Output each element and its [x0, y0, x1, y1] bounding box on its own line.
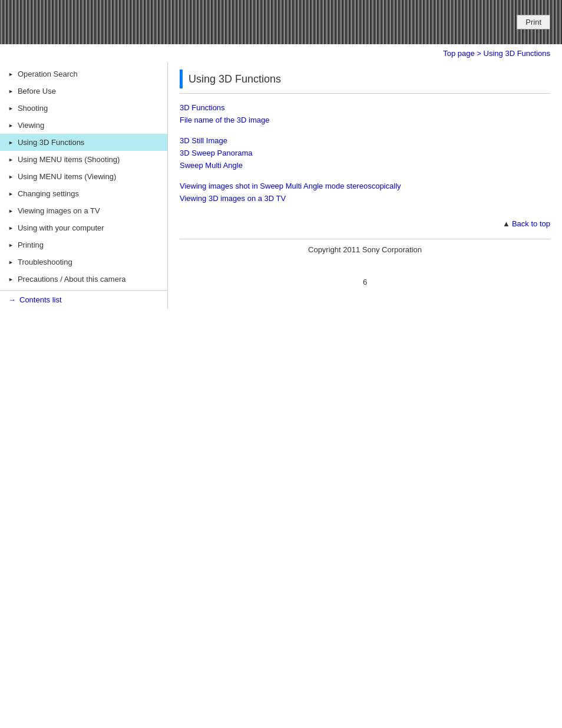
sidebar-item-label: Changing settings [18, 189, 79, 198]
link-3d-still-image[interactable]: 3D Still Image [180, 136, 550, 145]
sidebar-item-before-use[interactable]: ►Before Use [0, 83, 167, 100]
sidebar-item-printing[interactable]: ►Printing [0, 236, 167, 253]
link-sweep-multi-angle[interactable]: Sweep Multi Angle [180, 161, 550, 170]
breadcrumb-separator: > [475, 49, 484, 58]
sidebar-item-using-menu-viewing[interactable]: ►Using MENU items (Viewing) [0, 168, 167, 185]
sidebar-arrow-icon: ► [8, 276, 14, 282]
link-group-0: 3D FunctionsFile name of the 3D image [180, 103, 550, 124]
breadcrumb-current-link[interactable]: Using 3D Functions [484, 49, 550, 58]
link-group-2: Viewing images shot in Sweep Multi Angle… [180, 182, 550, 203]
link-group-1: 3D Still Image3D Sweep PanoramaSweep Mul… [180, 136, 550, 170]
copyright-text: Copyright 2011 Sony Corporation [308, 245, 422, 254]
sidebar-item-label: Shooting [18, 104, 48, 113]
sidebar-arrow-icon: ► [8, 106, 14, 111]
link-3d-sweep-panorama[interactable]: 3D Sweep Panorama [180, 149, 550, 157]
breadcrumb-top-link[interactable]: Top page [443, 49, 475, 58]
sidebar-arrow-icon: ► [8, 88, 14, 94]
sidebar-item-troubleshooting[interactable]: ►Troubleshooting [0, 253, 167, 271]
sidebar-item-changing-settings[interactable]: ►Changing settings [0, 185, 167, 202]
arrow-right-icon: → [8, 295, 16, 304]
main-layout: ►Operation Search►Before Use►Shooting►Vi… [0, 62, 562, 309]
sidebar: ►Operation Search►Before Use►Shooting►Vi… [0, 62, 168, 309]
sidebar-item-using-menu-shooting[interactable]: ►Using MENU items (Shooting) [0, 151, 167, 168]
back-to-top-triangle-icon: ▲ [503, 219, 510, 228]
sidebar-item-viewing-images-tv[interactable]: ►Viewing images on a TV [0, 202, 167, 219]
sidebar-item-label: Troubleshooting [18, 258, 72, 266]
link-viewing-sweep-multi[interactable]: Viewing images shot in Sweep Multi Angle… [180, 182, 550, 190]
sidebar-arrow-icon: ► [8, 123, 14, 129]
page-number: 6 [180, 260, 550, 292]
sidebar-item-precautions[interactable]: ►Precautions / About this camera [0, 271, 167, 288]
footer: Copyright 2011 Sony Corporation [180, 239, 550, 260]
sidebar-arrow-icon: ► [8, 242, 14, 248]
print-button[interactable]: Print [517, 15, 550, 29]
content-area: Using 3D Functions 3D FunctionsFile name… [168, 62, 562, 309]
header-bar: Print [0, 0, 562, 44]
sidebar-item-operation-search[interactable]: ►Operation Search [0, 65, 167, 83]
sidebar-item-label: Using MENU items (Shooting) [18, 155, 120, 164]
contents-list-label: Contents list [19, 295, 62, 304]
page-title-accent [180, 70, 183, 88]
sidebar-item-viewing[interactable]: ►Viewing [0, 117, 167, 134]
sidebar-arrow-icon: ► [8, 208, 14, 214]
back-to-top-row: ▲Back to top [180, 215, 550, 233]
sidebar-item-label: Using with your computer [18, 223, 104, 232]
sidebar-item-label: Operation Search [18, 70, 78, 78]
sidebar-item-label: Viewing [18, 121, 44, 130]
sidebar-arrow-icon: ► [8, 225, 14, 231]
sidebar-item-shooting[interactable]: ►Shooting [0, 100, 167, 117]
sidebar-arrow-icon: ► [8, 71, 14, 77]
sidebar-arrow-icon: ► [8, 140, 14, 146]
sidebar-item-label: Printing [18, 241, 44, 249]
back-to-top-label: Back to top [512, 219, 550, 228]
sidebar-item-label: Viewing images on a TV [18, 206, 100, 215]
sidebar-item-label: Using 3D Functions [18, 138, 84, 147]
sidebar-item-label: Before Use [18, 87, 56, 95]
sidebar-arrow-icon: ► [8, 191, 14, 197]
link-3d-functions[interactable]: 3D Functions [180, 103, 550, 112]
sidebar-item-label: Using MENU items (Viewing) [18, 172, 116, 181]
sidebar-arrow-icon: ► [8, 259, 14, 265]
page-title: Using 3D Functions [189, 73, 281, 85]
link-viewing-3d-tv[interactable]: Viewing 3D images on a 3D TV [180, 194, 550, 203]
sidebar-arrow-icon: ► [8, 174, 14, 180]
page-title-bar: Using 3D Functions [180, 62, 550, 94]
sidebar-arrow-icon: ► [8, 157, 14, 163]
breadcrumb: Top page > Using 3D Functions [0, 44, 562, 62]
back-to-top-link[interactable]: ▲Back to top [503, 219, 550, 228]
link-file-name-3d[interactable]: File name of the 3D image [180, 116, 550, 124]
sidebar-item-using-3d-functions[interactable]: ►Using 3D Functions [0, 134, 167, 151]
sidebar-item-label: Precautions / About this camera [18, 275, 126, 284]
sidebar-item-using-computer[interactable]: ►Using with your computer [0, 219, 167, 236]
contents-list-item[interactable]: → Contents list [0, 290, 167, 309]
